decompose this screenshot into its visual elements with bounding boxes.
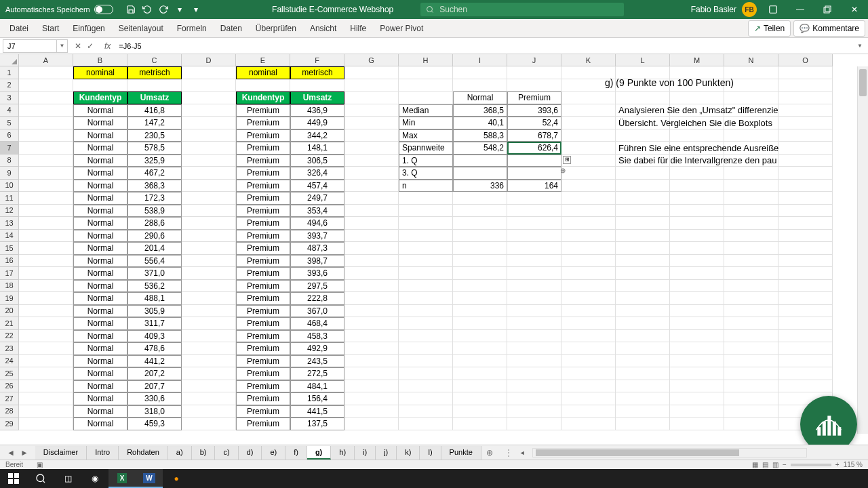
ribbon-tab[interactable]: Ansicht — [303, 20, 343, 37]
empty-cell[interactable] — [19, 405, 73, 418]
empty-cell[interactable] — [507, 418, 561, 430]
table-cell[interactable]: 243,5 — [290, 355, 344, 368]
table-cell[interactable]: Premium — [236, 355, 290, 368]
empty-cell[interactable] — [399, 405, 453, 418]
table-cell[interactable]: 457,4 — [290, 180, 344, 192]
empty-cell[interactable] — [182, 104, 236, 117]
empty-cell[interactable] — [19, 355, 73, 368]
table-cell[interactable]: Premium — [236, 380, 290, 393]
empty-cell[interactable] — [19, 267, 73, 280]
empty-cell[interactable] — [507, 292, 561, 305]
empty-cell[interactable] — [778, 280, 833, 293]
empty-cell[interactable] — [399, 418, 453, 430]
column-headers[interactable]: ABCDEFGHIJKLMNO — [19, 54, 857, 66]
empty-cell[interactable] — [616, 255, 670, 268]
table-cell[interactable]: 306,5 — [290, 155, 344, 167]
ribbon-tab[interactable]: Überprüfen — [249, 20, 303, 37]
empty-cell[interactable] — [182, 367, 236, 380]
empty-cell[interactable] — [19, 66, 73, 79]
table-cell[interactable]: Premium — [236, 292, 290, 305]
table-cell[interactable]: 487,3 — [290, 242, 344, 255]
col-header[interactable]: D — [182, 54, 236, 66]
row-header[interactable]: 21 — [0, 317, 19, 330]
empty-cell[interactable] — [670, 367, 724, 380]
empty-cell[interactable] — [182, 380, 236, 393]
table-cell[interactable]: 156,4 — [290, 392, 344, 405]
table-cell[interactable]: 207,7 — [127, 380, 182, 393]
fx-label[interactable]: fx — [100, 41, 115, 51]
empty-cell[interactable] — [182, 255, 236, 268]
empty-cell[interactable] — [778, 330, 833, 343]
empty-cell[interactable] — [507, 66, 561, 79]
empty-cell[interactable] — [778, 217, 833, 230]
empty-cell[interactable] — [453, 305, 507, 318]
empty-cell[interactable] — [724, 380, 778, 393]
table-cell[interactable]: Normal — [73, 180, 127, 192]
ribbon-tab[interactable]: Hilfe — [343, 20, 373, 37]
row-header[interactable]: 9 — [0, 167, 19, 180]
header-umsatz[interactable]: Umsatz — [290, 92, 344, 104]
empty-cell[interactable] — [182, 230, 236, 243]
empty-cell[interactable] — [507, 342, 561, 355]
empty-cell[interactable] — [19, 104, 73, 117]
row-headers[interactable]: 1234567891011121314151617181920212223242… — [0, 66, 19, 430]
empty-cell[interactable] — [670, 405, 724, 418]
stat-header[interactable]: Premium — [507, 92, 561, 104]
empty-cell[interactable] — [670, 129, 724, 142]
col-header[interactable]: O — [778, 54, 833, 66]
empty-cell[interactable] — [778, 292, 833, 305]
empty-cell[interactable] — [507, 79, 561, 92]
stat-value[interactable] — [453, 167, 507, 180]
empty-cell[interactable] — [778, 180, 833, 192]
empty-cell[interactable] — [561, 92, 616, 104]
empty-cell[interactable] — [724, 205, 778, 218]
empty-cell[interactable] — [561, 242, 616, 255]
empty-cell[interactable] — [182, 117, 236, 129]
empty-cell[interactable] — [344, 380, 399, 393]
empty-cell[interactable] — [507, 267, 561, 280]
empty-cell[interactable] — [616, 267, 670, 280]
formula-input[interactable]: =J6-J5 — [115, 42, 852, 50]
empty-cell[interactable] — [670, 242, 724, 255]
empty-cell[interactable] — [561, 142, 616, 155]
empty-cell[interactable] — [19, 255, 73, 268]
table-cell[interactable]: Normal — [73, 142, 127, 155]
empty-cell[interactable] — [616, 217, 670, 230]
stat-value[interactable]: 164 — [507, 180, 561, 192]
empty-cell[interactable] — [19, 367, 73, 380]
name-box[interactable]: J7 — [3, 39, 57, 53]
header-umsatz[interactable]: Umsatz — [127, 92, 182, 104]
empty-cell[interactable] — [344, 155, 399, 167]
minimize-button[interactable]: — — [787, 0, 814, 19]
table-cell[interactable]: Normal — [73, 217, 127, 230]
empty-cell[interactable] — [561, 367, 616, 380]
table-cell[interactable]: 484,1 — [290, 380, 344, 393]
empty-cell[interactable] — [670, 267, 724, 280]
empty-cell[interactable] — [724, 355, 778, 368]
table-cell[interactable]: 172,3 — [127, 192, 182, 205]
empty-cell[interactable] — [182, 418, 236, 430]
empty-cell[interactable] — [19, 392, 73, 405]
empty-cell[interactable] — [724, 267, 778, 280]
empty-cell[interactable] — [399, 217, 453, 230]
empty-cell[interactable] — [507, 305, 561, 318]
empty-cell[interactable] — [182, 142, 236, 155]
empty-cell[interactable] — [19, 280, 73, 293]
empty-cell[interactable] — [670, 305, 724, 318]
empty-cell[interactable] — [561, 380, 616, 393]
empty-cell[interactable] — [724, 217, 778, 230]
empty-cell[interactable] — [344, 79, 399, 92]
empty-cell[interactable] — [182, 192, 236, 205]
empty-cell[interactable] — [344, 418, 399, 430]
col-header[interactable]: J — [507, 54, 561, 66]
empty-cell[interactable] — [561, 392, 616, 405]
empty-cell[interactable] — [182, 167, 236, 180]
empty-cell[interactable] — [344, 167, 399, 180]
empty-cell[interactable] — [344, 367, 399, 380]
empty-cell[interactable] — [399, 205, 453, 218]
empty-cell[interactable] — [182, 305, 236, 318]
empty-cell[interactable] — [561, 104, 616, 117]
empty-cell[interactable] — [616, 418, 670, 430]
empty-cell[interactable] — [670, 317, 724, 330]
empty-cell[interactable] — [616, 192, 670, 205]
